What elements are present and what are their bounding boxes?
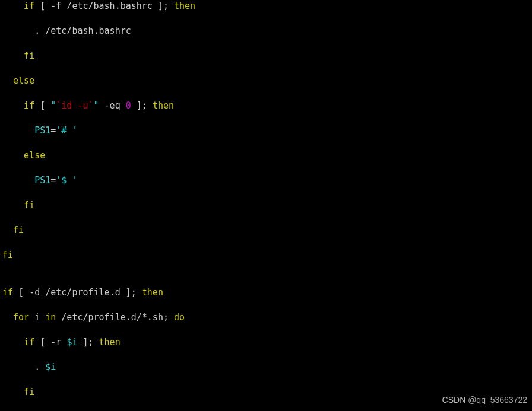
- code-line: if [ -d /etc/profile.d ]; then: [2, 286, 530, 299]
- code-line: . $i: [2, 361, 530, 374]
- terminal-output: if [ -f /etc/bash.bashrc ]; then . /etc/…: [0, 0, 532, 411]
- code-line: PS1='$ ': [2, 174, 530, 187]
- code-line: else: [2, 75, 530, 87]
- code-line: if [ -f /etc/bash.bashrc ]; then: [2, 0, 530, 12]
- code-line: else: [2, 149, 530, 162]
- code-line: if [ "`id -u`" -eq 0 ]; then: [2, 100, 530, 112]
- code-line: if [ -r $i ]; then: [2, 336, 530, 349]
- code-line: fi: [2, 224, 530, 237]
- code-line: fi: [2, 199, 530, 212]
- code-line: PS1='# ': [2, 125, 530, 137]
- code-line: . /etc/bash.bashrc: [2, 25, 530, 37]
- code-line: fi: [2, 249, 530, 262]
- code-line: for i in /etc/profile.d/*.sh; do: [2, 311, 530, 324]
- watermark-handle: @qq_53663722: [468, 395, 527, 404]
- watermark: CSDN @qq_53663722: [442, 394, 527, 406]
- watermark-site: CSDN: [442, 395, 466, 404]
- code-line: fi: [2, 50, 530, 62]
